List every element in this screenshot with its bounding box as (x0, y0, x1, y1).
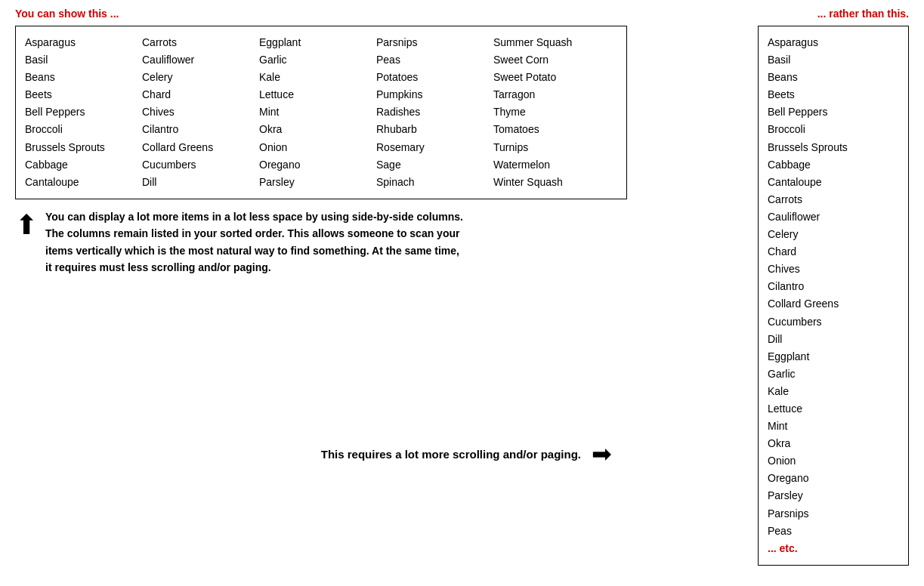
list-item: Broccoli (25, 121, 134, 138)
list-item: Basil (768, 51, 899, 69)
list-item: Bell Peppers (25, 103, 134, 121)
list-item: Sweet Potato (493, 69, 603, 86)
list-item: Celery (142, 69, 252, 86)
etc-label: ... etc. (768, 540, 899, 557)
list-item: Peas (768, 523, 899, 540)
list-item: Radishes (376, 103, 486, 121)
list-item: Spinach (376, 174, 486, 191)
list-item: Lettuce (768, 400, 899, 418)
list-item: Garlic (768, 365, 899, 383)
list-item: Summer Squash (493, 34, 603, 51)
single-column-box: AsparagusBasilBeansBeetsBell PeppersBroc… (758, 26, 909, 566)
arrow-right-section: This requires a lot more scrolling and/o… (15, 442, 627, 466)
list-item: Turnips (493, 139, 603, 156)
arrow-up-icon: ⬆ (15, 211, 38, 239)
left-section: You can show this ... AsparagusBasilBean… (15, 8, 743, 566)
list-item: Cabbage (25, 156, 134, 174)
list-item: Collard Greens (142, 139, 252, 156)
list-item: Kale (259, 69, 369, 86)
left-title: You can show this ... (15, 8, 743, 20)
list-item: Mint (259, 103, 369, 121)
list-item: Watermelon (493, 156, 603, 174)
list-item: Collard Greens (768, 295, 899, 313)
list-item: Beets (25, 86, 134, 103)
list-item: Broccoli (768, 121, 899, 138)
list-item: Dill (768, 331, 899, 348)
list-item: Cilantro (768, 278, 899, 295)
list-item: Sage (376, 156, 486, 174)
list-item: Sweet Corn (493, 51, 603, 69)
list-item: Tarragon (493, 86, 603, 103)
column: CarrotsCauliflowerCeleryChardChivesCilan… (142, 34, 259, 191)
list-item: Onion (768, 452, 899, 470)
list-item: Carrots (142, 34, 252, 51)
list-item: Cauliflower (768, 208, 899, 226)
list-item: Eggplant (259, 34, 369, 51)
multi-column-box: AsparagusBasilBeansBeetsBell PeppersBroc… (15, 26, 627, 199)
list-item: Chives (768, 261, 899, 278)
list-item: Asparagus (25, 34, 134, 51)
list-item: Okra (768, 435, 899, 452)
list-item: Cucumbers (142, 156, 252, 174)
list-item: Beans (25, 69, 134, 86)
list-item: Beets (768, 86, 899, 103)
list-item: Parsley (768, 487, 899, 504)
column: Summer SquashSweet CornSweet PotatoTarra… (493, 34, 610, 191)
list-item: Dill (142, 174, 252, 191)
list-item: Parsnips (376, 34, 486, 51)
list-item: Brussels Sprouts (25, 139, 134, 156)
list-item: Parsley (259, 174, 369, 191)
list-item: Okra (259, 121, 369, 138)
list-item: Pumpkins (376, 86, 486, 103)
list-item: Rhubarb (376, 121, 486, 138)
list-item: Chard (768, 243, 899, 261)
right-title: ... rather than this. (758, 8, 909, 20)
right-section: ... rather than this. AsparagusBasilBean… (758, 8, 909, 566)
column: EggplantGarlicKaleLettuceMintOkraOnionOr… (259, 34, 376, 191)
list-item: Cauliflower (142, 51, 252, 69)
list-item: Chives (142, 103, 252, 121)
list-item: Cabbage (768, 156, 899, 174)
list-item: Rosemary (376, 139, 486, 156)
list-item: Winter Squash (493, 174, 603, 191)
list-item: Celery (768, 226, 899, 243)
list-item: Peas (376, 51, 486, 69)
list-item: Brussels Sprouts (768, 139, 899, 156)
arrow-right-label: This requires a lot more scrolling and/o… (321, 448, 581, 461)
list-item: Chard (142, 86, 252, 103)
column: AsparagusBasilBeansBeetsBell PeppersBroc… (25, 34, 142, 191)
list-item: Beans (768, 69, 899, 86)
list-item: Cantaloupe (768, 174, 899, 191)
list-item: Thyme (493, 103, 603, 121)
list-item: Garlic (259, 51, 369, 69)
list-item: Cilantro (142, 121, 252, 138)
list-item: Carrots (768, 191, 899, 208)
list-item: Parsnips (768, 505, 899, 523)
description-text: You can display a lot more items in a lo… (45, 208, 468, 276)
arrow-right-icon: ➡ (592, 442, 612, 466)
list-item: Mint (768, 418, 899, 435)
list-item: Cucumbers (768, 313, 899, 331)
list-item: Cantaloupe (25, 174, 134, 191)
column: ParsnipsPeasPotatoesPumpkinsRadishesRhub… (376, 34, 493, 191)
list-item: Potatoes (376, 69, 486, 86)
list-item: Eggplant (768, 348, 899, 365)
list-item: Oregano (259, 156, 369, 174)
list-item: Asparagus (768, 34, 899, 51)
list-item: Lettuce (259, 86, 369, 103)
list-item: Tomatoes (493, 121, 603, 138)
arrow-up-section: ⬆ You can display a lot more items in a … (15, 208, 743, 276)
list-item: Bell Peppers (768, 103, 899, 121)
list-item: Onion (259, 139, 369, 156)
list-item: Basil (25, 51, 134, 69)
list-item: Oregano (768, 470, 899, 487)
list-item: Kale (768, 383, 899, 400)
